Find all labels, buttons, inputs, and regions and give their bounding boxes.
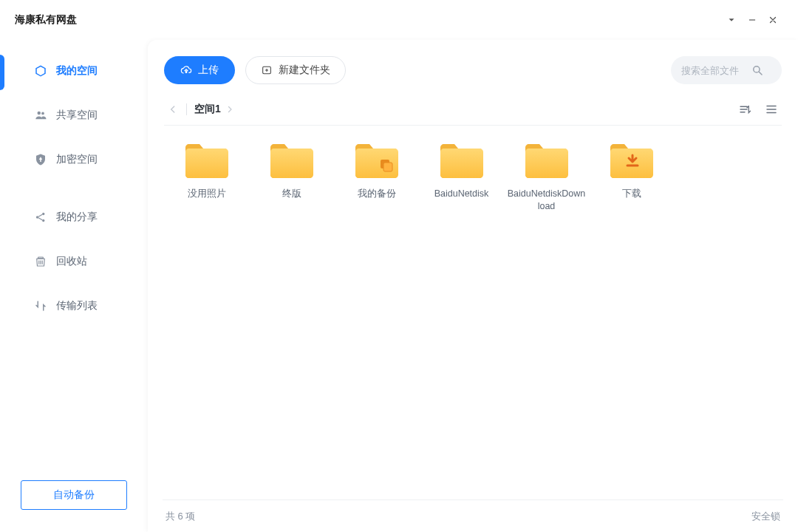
upload-button[interactable]: 上传	[164, 56, 235, 84]
content-panel: 上传 新建文件夹 空间1	[148, 40, 798, 532]
sidebar-item-transfer-list[interactable]: 传输列表	[0, 288, 148, 324]
sidebar-item-shared-space[interactable]: 共享空间	[0, 98, 148, 133]
file-name: 终版	[282, 188, 301, 200]
close-icon	[768, 15, 778, 25]
people-icon	[34, 109, 47, 122]
security-lock[interactable]: 安全锁	[751, 510, 780, 523]
sidebar-item-my-shares[interactable]: 我的分享	[0, 200, 148, 235]
status-bar: 共 6 项 安全锁	[163, 499, 783, 532]
sidebar-item-encrypted-space[interactable]: 加密空间	[0, 142, 148, 177]
sidebar-active-indicator	[0, 55, 4, 90]
cloud-upload-icon	[180, 64, 192, 76]
folder-icon	[607, 139, 656, 180]
share-icon	[34, 211, 47, 224]
sidebar-item-my-space[interactable]: 我的空间	[12, 53, 148, 89]
file-name: 没用照片	[188, 188, 226, 200]
list-icon	[765, 103, 778, 116]
file-grid: 没用照片终版我的备份BaiduNetdiskBaiduNetdiskDownlo…	[164, 126, 782, 499]
svg-point-3	[42, 219, 44, 222]
file-item[interactable]: 下载	[589, 139, 674, 213]
sidebar-item-label: 传输列表	[56, 299, 98, 313]
file-item[interactable]: 没用照片	[164, 139, 249, 213]
new-folder-button[interactable]: 新建文件夹	[245, 56, 346, 84]
file-item[interactable]: BaiduNetdisk	[419, 139, 504, 213]
transfer-icon	[34, 299, 47, 313]
file-item[interactable]: BaiduNetdiskDownload	[504, 139, 589, 213]
minimize-button[interactable]	[742, 10, 763, 30]
svg-point-1	[36, 216, 38, 218]
sidebar-item-label: 共享空间	[56, 109, 98, 122]
breadcrumb-label: 空间1	[194, 103, 221, 116]
file-name: BaiduNetdisk	[434, 188, 489, 200]
toolbar: 上传 新建文件夹	[164, 50, 782, 90]
file-name: 下载	[622, 188, 641, 200]
folder-icon	[352, 139, 401, 180]
chevron-down-icon	[726, 15, 737, 25]
auto-backup-label: 自动备份	[53, 488, 95, 502]
breadcrumb-current[interactable]: 空间1	[194, 103, 234, 116]
svg-rect-7	[383, 163, 392, 171]
search-box[interactable]	[671, 56, 782, 84]
box-icon	[34, 64, 47, 78]
breadcrumb-back[interactable]	[164, 100, 182, 118]
dropdown-button[interactable]	[721, 10, 742, 30]
chevron-right-icon	[225, 105, 234, 114]
view-list-button[interactable]	[761, 99, 782, 120]
upload-label: 上传	[198, 64, 219, 77]
file-item[interactable]: 我的备份	[334, 139, 419, 213]
trash-icon	[34, 255, 47, 268]
folder-icon	[437, 139, 486, 180]
sort-icon	[738, 103, 751, 116]
minimize-icon	[747, 15, 757, 25]
shield-icon	[34, 153, 47, 166]
sidebar-item-label: 我的分享	[56, 211, 98, 224]
sidebar-item-label: 加密空间	[56, 153, 98, 166]
stack-badge-icon	[378, 157, 395, 174]
sidebar-item-label: 回收站	[56, 255, 87, 268]
svg-rect-0	[749, 19, 755, 20]
file-name: BaiduNetdiskDownload	[507, 188, 587, 213]
close-button[interactable]	[763, 10, 783, 30]
sidebar-item-recycle-bin[interactable]: 回收站	[0, 244, 148, 279]
folder-icon	[522, 139, 571, 180]
new-folder-label: 新建文件夹	[279, 64, 330, 77]
sort-button[interactable]	[734, 99, 755, 120]
new-folder-icon	[261, 64, 273, 76]
breadcrumb-divider	[186, 103, 187, 115]
folder-icon	[183, 139, 231, 180]
file-item[interactable]: 终版	[249, 139, 334, 213]
search-icon	[751, 64, 764, 77]
titlebar: 海康私有网盘	[0, 0, 798, 40]
sidebar: 我的空间 共享空间 加密空间 我的分享 回收站 传输列表 自动备份	[0, 40, 148, 532]
sidebar-item-label: 我的空间	[56, 64, 98, 78]
file-name: 我的备份	[358, 188, 396, 200]
svg-point-2	[42, 213, 44, 215]
chevron-left-icon	[168, 104, 178, 115]
auto-backup-button[interactable]: 自动备份	[21, 480, 127, 510]
search-input[interactable]	[681, 65, 745, 76]
breadcrumb-bar: 空间1	[164, 93, 782, 126]
download-badge-icon	[624, 152, 641, 170]
window-title: 海康私有网盘	[15, 13, 77, 27]
item-count: 共 6 项	[166, 510, 195, 523]
folder-icon	[267, 139, 316, 180]
